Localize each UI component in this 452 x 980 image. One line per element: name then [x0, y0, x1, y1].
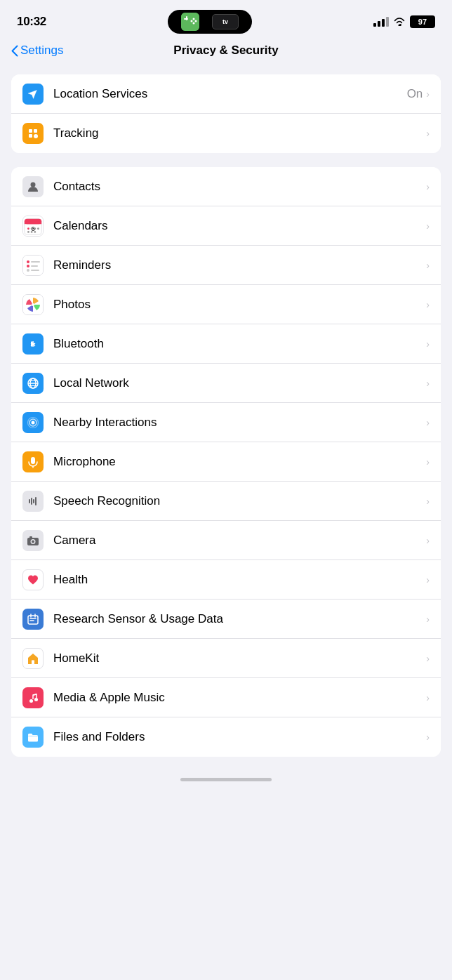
signal-bars [373, 17, 389, 27]
chevron-icon: › [426, 574, 430, 585]
speech-recognition-row[interactable]: Speech Recognition › [11, 482, 441, 521]
calendars-label: Calendars [53, 219, 426, 233]
nav-bar: Settings Privacy & Security [0, 39, 452, 67]
chevron-icon: › [426, 496, 430, 507]
status-bar: 10:32 tv 97 [0, 0, 452, 39]
chevron-icon: › [426, 181, 430, 192]
chevron-icon: › [426, 378, 430, 389]
location-services-right: On › [407, 87, 430, 101]
location-services-status: On [407, 87, 423, 101]
homekit-right: › [426, 653, 430, 664]
research-row[interactable]: Research Sensor & Usage Data › [11, 600, 441, 639]
chevron-icon: › [426, 260, 430, 271]
svg-point-28 [27, 265, 29, 267]
svg-rect-9 [34, 129, 37, 133]
wifi-icon [394, 18, 405, 26]
svg-point-26 [27, 260, 29, 263]
back-chevron-icon [11, 45, 18, 57]
camera-right: › [426, 535, 430, 546]
status-time: 10:32 [17, 15, 46, 29]
contacts-icon [22, 176, 44, 197]
chevron-icon: › [426, 535, 430, 546]
chevron-icon: › [426, 299, 430, 310]
nearby-interactions-label: Nearby Interactions [53, 416, 426, 430]
svg-rect-47 [33, 499, 34, 503]
media-music-row[interactable]: Media & Apple Music › [11, 678, 441, 717]
svg-point-22 [27, 231, 29, 233]
bluetooth-row[interactable]: Bluetooth › [11, 324, 441, 364]
nearby-interactions-right: › [426, 417, 430, 428]
chevron-icon: › [426, 220, 430, 232]
contacts-label: Contacts [53, 180, 426, 194]
svg-point-56 [29, 699, 33, 703]
svg-point-19 [31, 227, 33, 230]
camera-row[interactable]: Camera › [11, 521, 441, 560]
svg-rect-42 [31, 457, 35, 464]
location-services-row[interactable]: Location Services On › [11, 74, 441, 114]
speech-recognition-right: › [426, 496, 430, 507]
svg-rect-48 [35, 497, 36, 505]
nearby-interactions-row[interactable]: Nearby Interactions › [11, 403, 441, 442]
svg-rect-2 [186, 16, 187, 20]
tracking-row[interactable]: Tracking › [11, 114, 441, 153]
svg-point-39 [32, 421, 35, 424]
photos-right: › [426, 299, 430, 310]
local-network-right: › [426, 378, 430, 389]
chevron-icon: › [426, 417, 430, 428]
nearby-interactions-icon [22, 412, 44, 433]
bluetooth-right: › [426, 338, 430, 350]
files-folders-icon [22, 727, 44, 748]
chevron-icon: › [426, 338, 430, 350]
photos-row[interactable]: Photos › [11, 285, 441, 324]
speech-recognition-label: Speech Recognition [53, 494, 426, 508]
calendars-row[interactable]: 6 Calendars › [11, 206, 441, 246]
svg-rect-31 [31, 270, 39, 271]
files-folders-row[interactable]: Files and Folders › [11, 717, 441, 757]
svg-line-58 [33, 694, 36, 695]
location-arrow-icon [27, 88, 39, 100]
microphone-label: Microphone [53, 455, 426, 469]
svg-point-3 [192, 18, 194, 20]
home-indicator [0, 771, 452, 787]
microphone-right: › [426, 456, 430, 468]
local-network-icon [22, 373, 44, 394]
microphone-row[interactable]: Microphone › [11, 442, 441, 482]
chevron-icon: › [426, 614, 430, 625]
media-music-label: Media & Apple Music [53, 691, 426, 705]
apple-tv-indicator: tv [212, 14, 239, 29]
camera-icon [22, 530, 44, 551]
game-icon [181, 13, 199, 31]
svg-rect-8 [29, 129, 32, 133]
health-row[interactable]: Health › [11, 560, 441, 600]
chevron-icon: › [426, 456, 430, 468]
local-network-label: Local Network [53, 376, 426, 390]
back-button[interactable]: Settings [11, 44, 63, 58]
calendars-icon: 6 [22, 216, 44, 237]
page-title: Privacy & Security [173, 44, 278, 58]
local-network-row[interactable]: Local Network › [11, 364, 441, 403]
tracking-icon [22, 123, 44, 144]
bluetooth-label: Bluetooth [53, 337, 426, 351]
location-services-icon [22, 84, 44, 105]
contacts-row[interactable]: Contacts › [11, 167, 441, 206]
svg-rect-55 [32, 660, 34, 663]
dynamic-island: tv [168, 10, 252, 34]
homekit-icon [22, 648, 44, 669]
microphone-icon [22, 451, 44, 472]
chevron-icon: › [426, 128, 430, 139]
svg-rect-45 [29, 499, 30, 503]
homekit-row[interactable]: HomeKit › [11, 639, 441, 678]
files-folders-label: Files and Folders [53, 730, 426, 744]
svg-rect-10 [29, 134, 32, 138]
reminders-label: Reminders [53, 258, 426, 272]
reminders-row[interactable]: Reminders › [11, 246, 441, 285]
health-right: › [426, 574, 430, 585]
files-folders-right: › [426, 731, 430, 743]
reminders-right: › [426, 260, 430, 271]
svg-point-33 [32, 303, 34, 306]
svg-rect-29 [31, 265, 38, 267]
chevron-icon: › [426, 88, 430, 100]
research-label: Research Sensor & Usage Data [53, 612, 426, 626]
svg-rect-46 [31, 498, 32, 505]
calendars-right: › [426, 220, 430, 232]
